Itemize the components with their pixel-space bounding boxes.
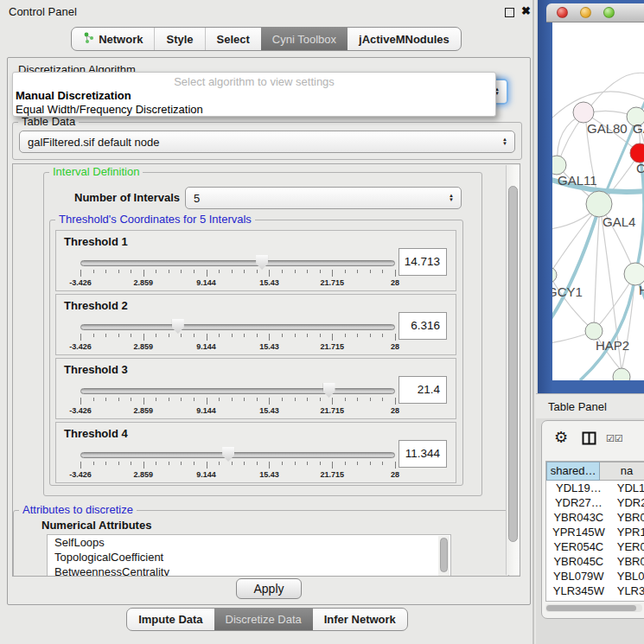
slider-thumb[interactable] [172,319,184,334]
slider-thumb[interactable] [256,255,268,270]
tab-label: Infer Network [324,613,396,626]
close-traffic-light-icon[interactable] [557,7,568,18]
tab-style[interactable]: Style [154,28,204,50]
network-view-window: GAL80GACGAL11GAL4GCY1HHAP2 [538,0,644,393]
tab-network[interactable]: Network [72,28,154,50]
slider-tick-labels: -3.4262.8599.14415.4321.71528 [80,470,395,480]
slider-track[interactable] [80,260,395,266]
attributes-list-scrollbar[interactable] [438,536,450,576]
node-table[interactable]: shared… na YDL19…YDL1YDR27…YDR2YBR043CYB… [545,461,644,602]
slider-tick-labels: -3.4262.8599.14415.4321.71528 [80,278,395,288]
attribute-item[interactable]: BetweennessCentrality [48,564,450,577]
bottom-tabset: Impute Data Discretize Data Infer Networ… [126,608,408,631]
algorithm-dropdown-popup: Select algorithm to view settings Manual… [12,72,496,117]
network-node[interactable] [586,191,612,217]
threshold-value-field[interactable]: 6.316 [399,312,447,340]
network-node[interactable] [585,322,603,340]
table-row[interactable]: YDL19…YDL1 [546,481,644,495]
num-intervals-combo[interactable]: 5 ▲▼ [185,187,462,209]
tab-cyni-toolbox[interactable]: Cyni Toolbox [261,28,348,50]
table-horizontal-scrollbar[interactable] [545,604,642,612]
slider-ticks [80,462,395,469]
threshold-value-field[interactable]: 14.713 [399,248,447,276]
network-node[interactable] [573,102,594,123]
threshold-slider[interactable]: -3.4262.8599.14415.4321.71528 [80,445,395,480]
threshold-value-field[interactable]: 11.344 [399,440,447,468]
network-node[interactable] [552,156,566,175]
network-tab-icon [83,32,94,46]
table-row[interactable]: YDR27…YDR2 [546,495,644,510]
scrollbar-thumb[interactable] [508,186,518,542]
threshold-card: Threshold 1 -3.4262.8599.14415.4321.7152… [55,230,456,291]
numerical-attributes-list[interactable]: SelfLoopsTopologicalCoefficientBetweenne… [47,534,451,577]
table-data-group-label: Table Data [18,115,79,128]
checkbox-icons[interactable]: ☑☑ [606,433,623,444]
slider-track[interactable] [80,452,395,458]
network-node-label: HAP2 [596,338,629,353]
tab-infer-network[interactable]: Infer Network [313,609,407,630]
control-panel-titlebar: Control Panel ✖ [0,0,532,22]
table-row[interactable]: YLR345WYLR3 [546,583,644,598]
attributes-group-label: Attributes to discretize [19,503,137,516]
table-panel: ⚙ ☑☑ shared… na YDL19…YDL1YDR27…YDR2YBR0… [541,420,644,619]
threshold-value-field[interactable]: 21.4 [399,376,447,404]
interval-group-label: Interval Definition [49,165,143,178]
network-node[interactable] [613,368,630,380]
settings-vertical-scrollbar[interactable] [506,165,520,575]
tab-jactivemnodules[interactable]: jActiveMNodules [348,28,461,50]
threshold-slider[interactable]: -3.4262.8599.14415.4321.71528 [80,253,395,288]
column-header-name[interactable]: na [600,462,644,481]
column-header-shared-name[interactable]: shared… [546,462,600,481]
table-row[interactable]: YBR043CYBR0 [546,510,644,525]
slider-tick-labels: -3.4262.8599.14415.4321.71528 [80,406,395,416]
threshold-card: Threshold 2 -3.4262.8599.14415.4321.7152… [55,294,456,355]
slider-ticks [80,398,395,405]
table-row[interactable]: YBR045CYBR0 [546,554,644,569]
attribute-item[interactable]: TopologicalCoefficient [48,550,450,564]
slider-ticks [80,270,395,277]
threshold-label: Threshold 2 [64,299,128,312]
table-data-combo[interactable]: galFiltered.sif default node ▲▼ [19,131,515,153]
scrollbar-thumb[interactable] [546,605,636,611]
tab-label: jActiveMNodules [359,33,450,46]
threshold-slider[interactable]: -3.4262.8599.14415.4321.71528 [80,381,395,416]
slider-thumb[interactable] [222,447,234,462]
network-node[interactable] [552,267,557,283]
dropdown-option-manual[interactable]: Manual Discretization [16,89,131,102]
split-columns-icon[interactable] [582,431,596,448]
apply-button[interactable]: Apply [236,578,301,599]
scrollbar-thumb[interactable] [440,538,448,572]
float-window-icon[interactable] [505,8,514,17]
table-row[interactable]: YER054CYER0 [546,539,644,554]
network-canvas-svg: GAL80GACGAL11GAL4GCY1HHAP2 [552,22,644,380]
table-row[interactable]: YBL079WYBL0 [546,569,644,583]
table-row[interactable]: YIL053CYIL0 [546,598,644,602]
network-window-titlebar[interactable] [546,3,644,22]
table-panel-header: Table Panel [536,393,644,418]
minimize-traffic-light-icon[interactable] [580,7,591,18]
cyni-main-panel: Discretization Algorithm ▲▼ Select algor… [7,57,531,605]
tab-label: Discretize Data [226,613,302,626]
attribute-item[interactable]: SelfLoops [48,535,450,550]
tab-select[interactable]: Select [205,28,261,50]
table-row[interactable]: YPR145WYPR1 [546,525,644,539]
control-panel: Control Panel ✖ Network [0,0,534,644]
table-header-row: shared… na [546,462,644,481]
slider-track[interactable] [80,388,395,394]
right-column: GAL80GACGAL11GAL4GCY1HHAP2 Table Panel ⚙… [536,0,644,644]
table-data-value: galFiltered.sif default node [28,136,159,149]
tab-label: Style [166,33,193,46]
network-canvas[interactable]: GAL80GACGAL11GAL4GCY1HHAP2 [552,22,644,380]
zoom-traffic-light-icon[interactable] [603,7,615,18]
tab-discretize-data[interactable]: Discretize Data [214,609,313,630]
slider-track[interactable] [80,324,395,330]
slider-thumb[interactable] [323,383,335,398]
close-icon[interactable]: ✖ [521,4,531,17]
network-node-label: H [639,283,644,297]
top-tabset: Network Style Select Cyni Toolbox jActiv… [71,27,462,51]
dropdown-option-equal-width[interactable]: Equal Width/Frequency Discretization [16,103,203,116]
threshold-slider[interactable]: -3.4262.8599.14415.4321.71528 [80,317,395,352]
tab-label: Cyni Toolbox [272,33,336,46]
tab-impute-data[interactable]: Impute Data [127,609,214,630]
gear-icon[interactable]: ⚙ [554,428,568,447]
